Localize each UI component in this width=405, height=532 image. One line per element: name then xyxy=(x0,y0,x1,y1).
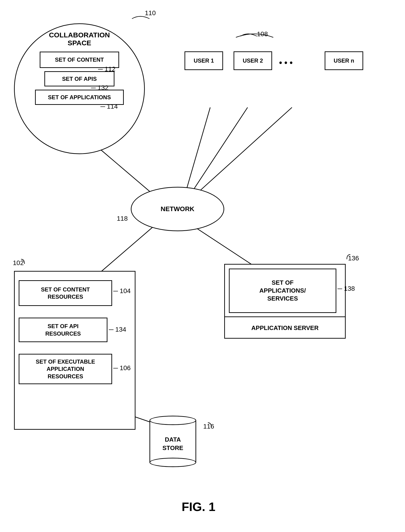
ref-106: ─ 106 xyxy=(113,364,131,372)
svg-line-4 xyxy=(189,108,248,196)
ref-132: ─ 132 xyxy=(91,84,108,92)
ref-102-bracket xyxy=(12,257,26,266)
svg-line-5 xyxy=(194,108,292,196)
set-of-content-resources-box: SET OF CONTENTRESOURCES xyxy=(19,280,112,306)
user1-box: USER 1 xyxy=(184,51,223,70)
collaboration-space-label: COLLABORATIONSPACE xyxy=(49,31,110,47)
ref-108-bracket xyxy=(234,28,276,40)
svg-line-3 xyxy=(184,108,210,196)
application-server-label: APPLICATION SERVER xyxy=(224,317,346,339)
cylinder-body: DATASTORE xyxy=(149,420,196,462)
ref-114: ─ 114 xyxy=(101,103,118,110)
ref-134: ─ 134 xyxy=(109,326,126,333)
cylinder-bottom xyxy=(149,458,196,467)
cylinder-top xyxy=(149,416,196,425)
ref-116-bracket xyxy=(199,420,213,430)
usern-box: USER n xyxy=(325,51,363,70)
network-ellipse: NETWORK xyxy=(131,187,224,231)
ref-138: ─ 138 xyxy=(338,285,355,292)
ref-110: 110 xyxy=(145,9,156,17)
ref-136-bracket xyxy=(346,252,360,262)
set-of-executable-box: SET OF EXECUTABLEAPPLICATIONRESOURCES xyxy=(19,354,112,384)
set-of-api-resources-box: SET OF APIRESOURCES xyxy=(19,318,108,342)
user2-box: USER 2 xyxy=(234,51,272,70)
set-of-applications-services-box: SET OFAPPLICATIONS/SERVICES xyxy=(229,269,336,313)
collaboration-space-circle: COLLABORATIONSPACE SET OF CONTENT SET OF… xyxy=(14,23,145,154)
fig-label: FIG. 1 xyxy=(152,500,245,514)
diagram: 110 COLLABORATIONSPACE SET OF CONTENT SE… xyxy=(0,0,405,532)
data-store-cylinder: DATASTORE xyxy=(149,416,196,467)
ref-112: ─ 112 xyxy=(98,65,115,73)
user-dots: • • • xyxy=(279,58,293,68)
ref-104: ─ 104 xyxy=(113,287,131,295)
ref-118: 118 xyxy=(117,215,128,222)
